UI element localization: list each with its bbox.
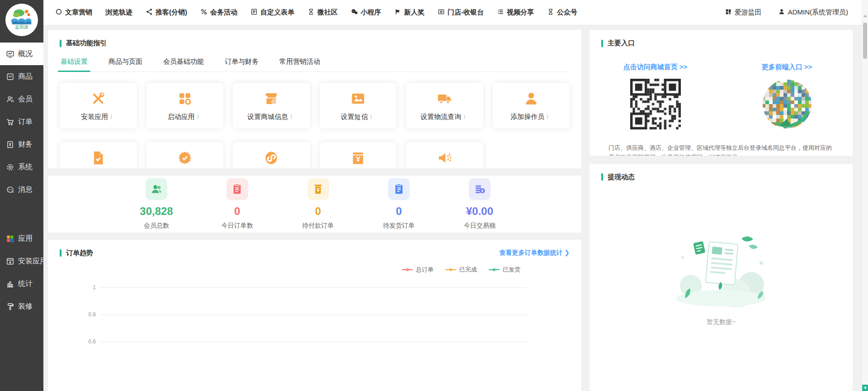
trend-title: 订单趋势 (66, 249, 93, 257)
sidebar-item-统计[interactable]: 统计 (0, 272, 43, 295)
stat-label: 待付款订单 (302, 222, 334, 230)
stat-value: 0 (396, 205, 402, 218)
entry-link[interactable]: 点击访问商城首页 >> (590, 63, 721, 72)
tab-基础设置[interactable]: 基础设置 (60, 56, 89, 72)
guide-card-text: 设置短信 (341, 113, 368, 121)
guide-card-前端入口[interactable]: 前端入口〉 (60, 142, 137, 168)
sidebar-item-label: 概况 (18, 49, 33, 59)
topnav-item[interactable]: 公众号 (547, 8, 577, 17)
sidebar-item-系统[interactable]: 系统 (0, 156, 43, 178)
page-scrollbar[interactable] (862, 0, 868, 391)
admin-dashboard: 盐田游 概况商品会员订单财务系统消息应用安装应用统计装修 文章营销浏览轨迹推客(… (0, 0, 868, 391)
front-entry-qr-code (762, 79, 812, 129)
tab-商品与页面[interactable]: 商品与页面 (108, 56, 143, 72)
guide-card-text: 添加操作员 (510, 113, 544, 121)
miniprogram-icon (263, 150, 279, 166)
sidebar-item-label: 系统 (18, 162, 33, 172)
sidebar-item-商品[interactable]: 商品 (0, 65, 43, 88)
topnav-item[interactable]: 文章营销 (55, 8, 92, 17)
guide-card-接入微信小程序[interactable]: 接入微信小程序〉 (233, 142, 310, 168)
scrollbar-thumb[interactable] (863, 23, 867, 59)
topnav-item[interactable]: 自定义表单 (250, 8, 294, 17)
sidebar-item-label: 装修 (18, 302, 33, 311)
legend-marker (489, 269, 500, 270)
speaker-icon (436, 150, 453, 166)
entry-link[interactable]: 更多前端入口 >> (721, 63, 853, 72)
topnav-item[interactable]: 门店-收银台 (438, 8, 484, 17)
sidebar-item-订单[interactable]: 订单 (0, 110, 43, 133)
line-chart: 10.80.6 (84, 287, 527, 369)
finance-icon (6, 140, 14, 149)
sidebar-item-label: 商品 (18, 72, 33, 81)
guide-card-text: 设置物流查询 (420, 113, 461, 121)
topnav-item[interactable]: 浏览轨迹 (105, 8, 132, 17)
sidebar-item-会员[interactable]: 会员 (0, 88, 43, 110)
title-accent-bar (60, 249, 61, 257)
shop-logo[interactable]: 盐田游 (5, 4, 38, 36)
guide-card-支付方式[interactable]: 支付方式〉 (320, 142, 397, 168)
sidebar-item-消息[interactable]: 消息 (0, 178, 43, 201)
topnav-item[interactable]: 会务活动 (200, 8, 237, 17)
guide-card-设置短信[interactable]: 设置短信〉 (320, 83, 397, 129)
guide-card-设置物流查询[interactable]: 设置物流查询〉 (406, 83, 483, 129)
topnav-item[interactable]: 新人奖 (394, 8, 425, 17)
tab-订单与财务[interactable]: 订单与财务 (224, 56, 259, 72)
shop-switcher[interactable]: 爱游盐田 (725, 8, 762, 17)
truck-icon (436, 91, 453, 107)
person-add-icon (523, 91, 539, 107)
sidebar-item-概况[interactable]: 概况 (0, 43, 43, 65)
coins-icon (469, 178, 491, 200)
guide-card-启动应用[interactable]: 启动应用〉 (146, 83, 224, 129)
entry-note: 门店、供应商、酒店、企业管理、区域代理等独立后台登录域名同总平台，使用对应的店员… (609, 143, 834, 156)
tab-常用营销活动[interactable]: 常用营销活动 (278, 56, 321, 72)
empty-state: 暂无数据~ (590, 230, 853, 326)
y-axis-tick: 0.6 (84, 339, 100, 345)
topnav-item[interactable]: 微社区 (307, 8, 338, 17)
legend-label: 已完成 (459, 266, 477, 274)
guide-card-安装应用[interactable]: 安装应用〉 (60, 83, 137, 129)
stat-value: ¥0.00 (466, 205, 493, 218)
chevron-right-icon: 〉 (290, 113, 295, 121)
topnav-item[interactable]: 视频分享 (497, 8, 534, 17)
sidebar-item-应用[interactable]: 应用 (0, 227, 43, 250)
legend-已完成[interactable]: 已完成 (445, 266, 477, 274)
guide-card-设置商城信息[interactable]: 设置商城信息〉 (233, 83, 310, 129)
yuan-jar-icon (307, 178, 329, 200)
badge-check-icon (177, 150, 193, 166)
sidebar-menu: 概况商品会员订单财务系统消息应用安装应用统计装修 (0, 43, 43, 318)
scrollbar-up-arrow[interactable] (863, 14, 867, 17)
sidebar-item-label: 应用 (18, 234, 33, 243)
legend-总订单[interactable]: 总订单 (402, 266, 434, 274)
topnav-item[interactable]: 小程序 (351, 8, 381, 17)
logo-text: 盐田游 (15, 24, 28, 29)
topnav-item[interactable]: 推客(分销) (146, 8, 187, 17)
legend-已发货[interactable]: 已发货 (489, 266, 520, 274)
guide-card-label: 安装应用〉 (81, 113, 115, 121)
guide-card-接入微信公众号[interactable]: 接入微信公众号〉 (146, 142, 224, 168)
guide-card-text: 安装应用 (81, 113, 108, 121)
scrollbar-down-button[interactable] (862, 385, 868, 391)
link-icon (200, 8, 208, 17)
sidebar-item-安装应用[interactable]: 安装应用 (0, 250, 43, 272)
right-column: 主要入口 点击访问商城首页 >>更多前端入口 >> 门店、供应商、酒店、企业管理… (590, 30, 853, 391)
withdraw-card: 提现动态 (590, 164, 853, 391)
topnav-label: 文章营销 (65, 8, 92, 17)
topnav-label: 推客(分销) (156, 8, 187, 17)
guide-card-添加操作员[interactable]: 添加操作员〉 (493, 83, 570, 129)
sidebar-item-label: 安装应用 (18, 257, 47, 266)
sidebar-item-装修[interactable]: 装修 (0, 295, 43, 318)
guide-tabs: 基础设置商品与页面会员基础功能订单与财务常用营销活动 (60, 56, 570, 72)
entry-links: 点击访问商城首页 >>更多前端入口 >> (590, 63, 853, 72)
sidebar-item-label: 订单 (18, 117, 33, 127)
topbar-right: 爱游盐田 ADMIN(系统管理员) (725, 8, 848, 17)
award-icon (394, 8, 401, 17)
legend-marker (445, 269, 456, 270)
main-area: 文章营销浏览轨迹推客(分销)会务活动自定义表单微社区小程序新人奖门店-收银台视频… (43, 0, 868, 391)
user-menu[interactable]: ADMIN(系统管理员) (778, 8, 848, 17)
sidebar-item-财务[interactable]: 财务 (0, 133, 43, 156)
guide-card-label: 设置短信〉 (341, 113, 375, 121)
more-order-stats-link[interactable]: 查看更多订单数据统计 ❯ (499, 249, 570, 257)
tab-会员基础功能[interactable]: 会员基础功能 (162, 56, 205, 72)
guide-card-微信模板消息[interactable]: 微信模板消息〉 (406, 142, 483, 168)
chevron-right-icon: 〉 (110, 113, 115, 121)
